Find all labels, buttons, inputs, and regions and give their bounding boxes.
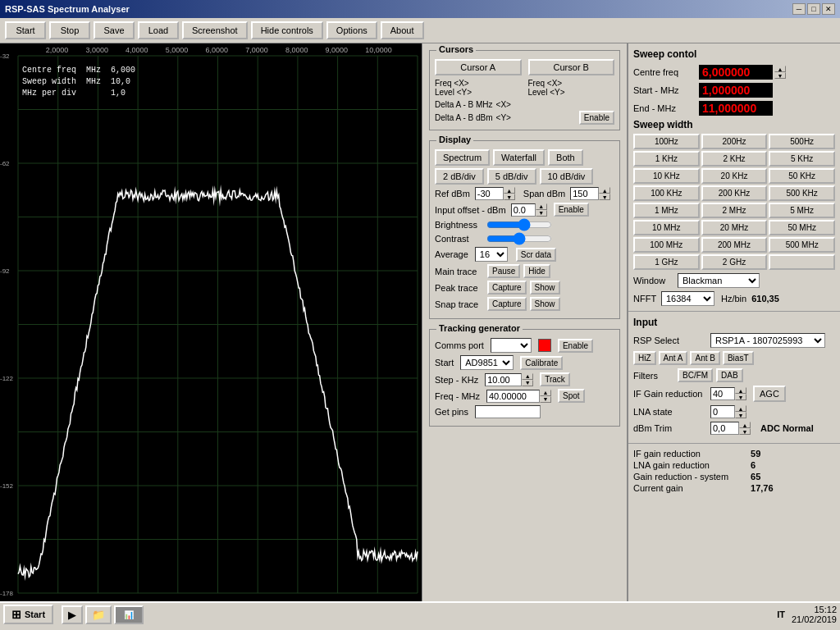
sweep-width-button[interactable]: 50 MHz [769,220,835,235]
about-button[interactable]: About [381,21,424,39]
cursor-b-button[interactable]: Cursor B [528,59,615,75]
sweep-width-button[interactable]: 2 MHz [701,203,768,218]
freq-mhz-input[interactable] [486,390,540,403]
brightness-slider[interactable] [486,219,552,231]
scale10db-button[interactable]: 10 dB/div [540,168,594,185]
sweep-width-button[interactable]: 10 KHz [633,168,700,184]
window-controls[interactable]: ─ □ ✕ [792,3,835,15]
sweep-width-button[interactable]: 100 MHz [633,237,700,253]
both-button[interactable]: Both [548,149,583,166]
step-spin[interactable]: ▲ ▼ [485,373,533,386]
snap-capture-button[interactable]: Capture [487,297,527,311]
peak-show-button[interactable]: Show [530,281,560,294]
load-button[interactable]: Load [138,21,179,39]
lna-input[interactable] [710,405,735,418]
sweep-width-button[interactable]: 1 GHz [633,254,700,270]
dbm-trim-down[interactable]: ▼ [739,428,751,435]
main-pause-button[interactable]: Pause [487,264,520,278]
lna-up[interactable]: ▲ [735,405,746,412]
sweep-width-button[interactable]: 1 KHz [633,151,700,167]
calibrate-button[interactable]: Calibrate [520,356,563,370]
freq-down[interactable]: ▼ [540,396,551,403]
sweep-width-button[interactable] [769,254,835,270]
refdbm-down[interactable]: ▼ [504,194,515,200]
stop-button[interactable]: Stop [49,21,90,39]
spandbm-up[interactable]: ▲ [599,187,610,194]
cursor-a-button[interactable]: Cursor A [435,59,522,75]
sweep-width-button[interactable]: 500 KHz [769,185,835,201]
sweep-width-button[interactable]: 2 KHz [701,151,768,167]
freq-spin[interactable]: ▲ ▼ [486,390,551,403]
start-button[interactable]: Start [5,21,46,39]
spandbm-down[interactable]: ▼ [599,194,610,200]
maximize-button[interactable]: □ [807,3,820,15]
peak-capture-button[interactable]: Capture [487,281,527,294]
step-up[interactable]: ▲ [522,373,533,380]
taskbar-item-2[interactable]: 📁 [85,605,112,624]
sweep-width-button[interactable]: 10 MHz [633,220,700,235]
sweep-width-button[interactable]: 500 MHz [769,237,835,253]
spot-button[interactable]: Spot [558,389,585,403]
refdbm-spin[interactable]: ▲ ▼ [475,187,515,200]
options-button[interactable]: Options [326,21,377,39]
taskbar-item-1[interactable]: ▶ [62,605,83,624]
sweep-width-button[interactable]: 200 MHz [701,237,768,253]
sweep-width-button[interactable]: 20 KHz [701,168,768,184]
average-select[interactable]: 168421 [475,247,508,262]
sweep-width-button[interactable]: 50 KHz [769,168,835,184]
comms-port-select[interactable] [491,338,532,353]
nfft-select[interactable]: 16384819240962048 [661,291,714,306]
ant-b-button[interactable]: Ant B [690,351,719,365]
refdbm-input[interactable] [475,187,504,200]
sweep-width-button[interactable]: 2 GHz [701,254,768,270]
rsp-select[interactable]: RSP1A - 1807025993 [710,333,825,348]
contrast-slider[interactable] [486,233,552,244]
scale2db-button[interactable]: 2 dB/div [435,168,484,185]
lna-spin[interactable]: ▲ ▼ [710,405,746,418]
window-select[interactable]: BlackmanHannHammingRectangular [678,273,760,288]
refdbm-up[interactable]: ▲ [504,187,515,194]
main-hide-button[interactable]: Hide [523,264,550,278]
bcfm-button[interactable]: BC/FM [678,368,713,382]
hiz-button[interactable]: HiZ [633,351,656,365]
save-button[interactable]: Save [94,21,135,39]
tracking-enable-button[interactable]: Enable [558,339,593,353]
sweep-width-button[interactable]: 100Hz [633,134,700,149]
step-down[interactable]: ▼ [522,380,533,386]
close-button[interactable]: ✕ [822,3,835,15]
agc-button[interactable]: AGC [753,386,786,402]
dbm-trim-input[interactable] [710,422,739,435]
dbm-trim-up[interactable]: ▲ [739,422,751,428]
spandbm-spin[interactable]: ▲ ▼ [570,187,610,200]
sweep-width-button[interactable]: 500Hz [769,134,835,149]
hide-controls-button[interactable]: Hide controls [251,21,323,39]
if-gain-down[interactable]: ▼ [735,394,746,400]
if-gain-input[interactable] [710,387,735,400]
sweep-width-button[interactable]: 5 KHz [769,151,835,167]
spectrum-button[interactable]: Spectrum [435,149,490,166]
offset-down[interactable]: ▼ [536,210,547,217]
sweep-width-button[interactable]: 1 MHz [633,203,700,218]
waterfall-button[interactable]: Waterfall [493,149,545,166]
freq-up[interactable]: ▲ [540,390,551,396]
offset-spin[interactable]: ▲ ▼ [511,203,547,217]
minimize-button[interactable]: ─ [792,3,806,15]
sweep-width-button[interactable]: 200 KHz [701,185,768,201]
scr-data-button[interactable]: Scr data [516,248,556,262]
offset-up[interactable]: ▲ [536,203,547,210]
taskbar-app-button[interactable]: 📊 [114,605,144,624]
scale5db-button[interactable]: 5 dB/div [487,168,536,185]
taskbar-start-button[interactable]: ⊞ Start [3,605,53,624]
step-input[interactable] [485,373,522,386]
tracking-start-select[interactable]: AD9851 [460,355,514,370]
centre-freq-up[interactable]: ▲ [774,66,786,72]
snap-show-button[interactable]: Show [530,297,560,311]
spandbm-input[interactable] [570,187,599,200]
dab-button[interactable]: DAB [716,368,743,382]
sweep-width-button[interactable]: 100 KHz [633,185,700,201]
offset-input[interactable] [511,203,536,217]
track-button[interactable]: Track [540,372,570,386]
get-pins-input[interactable] [475,405,541,418]
if-gain-up[interactable]: ▲ [735,387,746,394]
cursor-enable-button[interactable]: Enable [579,111,614,125]
